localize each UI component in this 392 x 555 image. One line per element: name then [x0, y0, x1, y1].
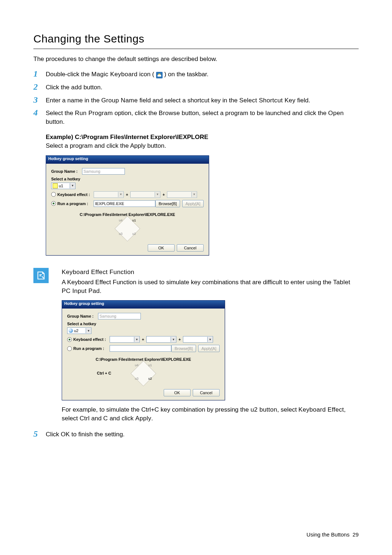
hotkey-dialog-1: Hotkey group setting Group Name : Select… [46, 155, 209, 256]
magic-keyboard-icon [156, 72, 163, 78]
kbd-effect-select-2[interactable]: ▼ [146, 336, 176, 343]
note-icon [33, 268, 49, 283]
keyboard-effect-label: Keyboard effect : [73, 337, 110, 342]
ok-button[interactable]: OK [164, 389, 191, 396]
keyboard-effect-radio[interactable] [51, 192, 56, 197]
dialog2-titlebar: Hotkey group setting [62, 301, 225, 309]
svg-rect-0 [158, 75, 161, 77]
example-path-label: Example) C:\Program Files\Internet Explo… [46, 134, 359, 141]
run-program-radio[interactable] [51, 201, 56, 206]
kbd-effect-select-1[interactable]: ▼ [110, 336, 140, 343]
run-program-label: Run a program : [57, 201, 94, 206]
note-paragraph: A Keyboard Effect Function is used to si… [62, 278, 359, 295]
keyboard-effect-label: Keyboard effect : [57, 192, 94, 197]
hotkey-select[interactable]: u2 ▼ [67, 327, 91, 334]
diamond-annotation: Ctrl + C [97, 371, 111, 375]
run-program-radio[interactable] [67, 346, 72, 351]
select-hotkey-label: Select a hotkey [51, 177, 204, 181]
hotkey-diamond: u1 u2 u3 u4 [131, 361, 156, 387]
chevron-down-icon[interactable]: ▼ [86, 328, 91, 333]
hotkey-dialog-2: Hotkey group setting Group Name : Select… [62, 300, 225, 400]
step-number-5: 5 [33, 429, 46, 438]
run-program-input[interactable] [94, 200, 155, 207]
group-name-label: Group Name : [51, 169, 82, 174]
kbd-effect-select-1: ▼ [94, 191, 124, 198]
step-number-4: 4 [33, 108, 46, 117]
note-tail: For example, to simulate the Ctrl+C key … [62, 405, 359, 423]
step-5-text: Click OK to finish the setting. [46, 429, 359, 439]
group-name-label: Group Name : [67, 314, 98, 318]
step-number-1: 1 [33, 69, 46, 78]
after-example-text: Select a program and click the Apply but… [46, 142, 359, 150]
kbd-effect-select-2: ▼ [130, 191, 160, 198]
step-4-text: Select the Run Program option, click the… [46, 108, 359, 126]
kbd-effect-select-3[interactable]: ▼ [183, 336, 213, 343]
kbd-effect-select-3: ▼ [167, 191, 197, 198]
step-2-text: Click the add button. [46, 82, 359, 92]
keyboard-effect-radio[interactable] [67, 337, 72, 342]
group-name-input[interactable] [82, 168, 125, 175]
dialog1-titlebar: Hotkey group setting [46, 156, 209, 164]
intro-paragraph: The procedures to change the default set… [33, 56, 359, 63]
run-program-label: Run a program : [73, 346, 110, 351]
hotkey-u1-icon [53, 183, 58, 188]
step-1-text: Double-click the Magic Keyboard icon ( )… [46, 69, 359, 79]
steps-list: 1 Double-click the Magic Keyboard icon (… [33, 69, 359, 126]
note-title: Keyboard Effect Function [62, 268, 359, 277]
cancel-button[interactable]: Cancel [193, 389, 220, 396]
apply-button: Apply[A] [198, 345, 220, 352]
cancel-button[interactable]: Cancel [177, 244, 204, 252]
heading-rule [33, 49, 359, 49]
hotkey-diamond: u1 u2 u3 u4 [115, 216, 140, 242]
step-3-text: Enter a name in the Group Name field and… [46, 95, 359, 105]
steps-list-continued: 5 Click OK to finish the setting. [33, 429, 359, 439]
select-hotkey-label: Select a hotkey [67, 322, 220, 326]
plus-icon: + [125, 192, 129, 197]
page-heading: Changing the Settings [33, 33, 359, 45]
ok-button[interactable]: OK [148, 244, 175, 252]
page-footer: Using the Buttons 29 [307, 531, 359, 538]
group-name-input[interactable] [98, 313, 141, 319]
step-number-2: 2 [33, 82, 46, 91]
hotkey-u2-icon [69, 328, 73, 333]
step-number-3: 3 [33, 95, 46, 104]
apply-button[interactable]: Apply[A] [182, 200, 204, 207]
run-program-input [110, 345, 171, 352]
chevron-down-icon[interactable]: ▼ [70, 183, 75, 188]
browse-button: Browse[B] [171, 345, 196, 352]
plus-icon: + [141, 337, 145, 342]
browse-button[interactable]: Browse[B] [155, 200, 180, 207]
svg-rect-1 [158, 74, 160, 75]
hotkey-select[interactable]: u1 ▼ [51, 183, 75, 189]
plus-icon: + [162, 192, 166, 197]
plus-icon: + [178, 337, 181, 342]
